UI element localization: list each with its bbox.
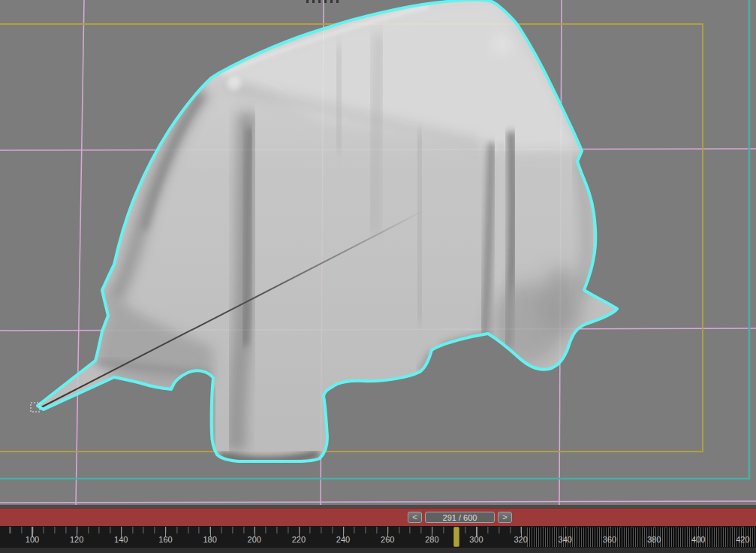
ruler-label: 120 xyxy=(70,535,83,544)
ruler-label: 420 xyxy=(736,535,749,544)
ruler-label: 400 xyxy=(691,535,705,544)
clipped-label xyxy=(306,0,342,3)
frame-controls: < 291 / 600 > xyxy=(408,512,512,523)
frame-counter[interactable]: 291 / 600 xyxy=(425,512,495,523)
track-bar: < 291 / 600 > xyxy=(0,508,756,526)
current-frame-marker[interactable] xyxy=(453,527,459,547)
next-frame-button[interactable]: > xyxy=(498,512,512,523)
ruler-label: 180 xyxy=(203,535,216,544)
viewport-canvas xyxy=(0,0,756,505)
previous-frame-button[interactable]: < xyxy=(408,512,422,523)
ruler-label: 100 xyxy=(26,535,39,544)
ruler-label: 200 xyxy=(248,535,261,544)
ruler-label: 360 xyxy=(603,535,616,544)
ruler-label: 300 xyxy=(469,535,483,544)
ruler-label: 380 xyxy=(647,535,661,544)
ruler-label: 220 xyxy=(292,535,306,544)
ruler-bottom-strip xyxy=(0,548,756,553)
timeline-ruler[interactable]: 1001201401601802002202402602803003203403… xyxy=(0,526,756,553)
ruler-label: 240 xyxy=(336,535,350,544)
ruler-label: 340 xyxy=(559,535,572,544)
ruler-label: 280 xyxy=(425,535,438,544)
ruler-label: 140 xyxy=(114,535,128,544)
ruler-label: 260 xyxy=(381,535,394,544)
ruler-label: 320 xyxy=(514,535,527,544)
application-window: < 291 / 600 > 10012014016018020022024026… xyxy=(0,0,756,553)
ruler-label: 160 xyxy=(158,535,172,544)
perspective-viewport[interactable] xyxy=(0,0,756,505)
